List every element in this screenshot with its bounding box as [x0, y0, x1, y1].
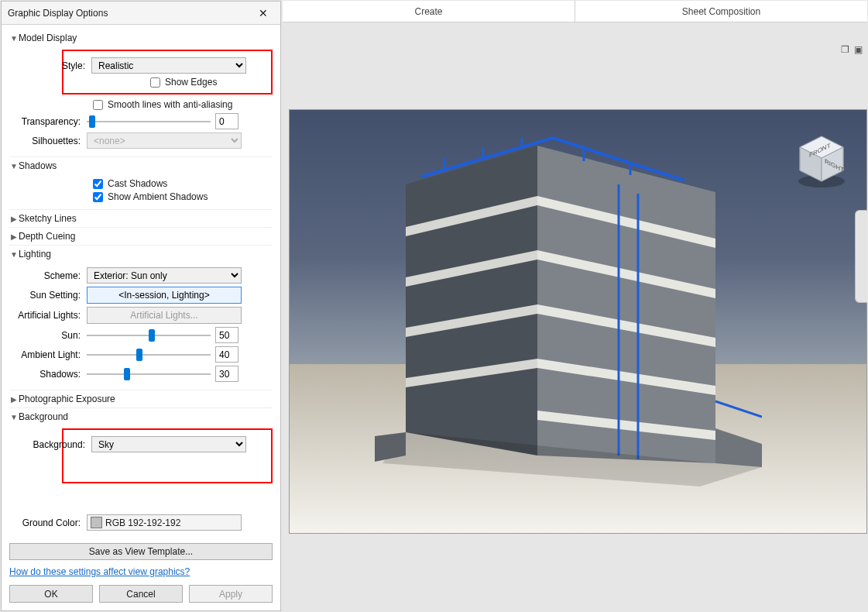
ribbon-tabs: Create Sheet Composition: [283, 1, 867, 22]
building-model: [375, 122, 762, 487]
graphic-display-options-dialog: Graphic Display Options ✕ ▼ Model Displa…: [1, 1, 281, 611]
cascade-icon[interactable]: ▣: [854, 44, 863, 55]
section-header-photo-exposure[interactable]: ▶ Photographic Exposure: [9, 390, 273, 407]
ambient-light-slider[interactable]: [87, 349, 211, 361]
transparency-slider[interactable]: [87, 115, 211, 128]
ambient-shadows-checkbox[interactable]: [93, 192, 103, 202]
cancel-button[interactable]: Cancel: [99, 585, 183, 603]
help-link[interactable]: How do these settings affect view graphi…: [9, 566, 190, 577]
dialog-title: Graphic Display Options: [8, 8, 252, 19]
show-edges-label: Show Edges: [165, 77, 217, 88]
chevron-right-icon: ▶: [9, 215, 19, 223]
tab-sheet-composition[interactable]: Sheet Composition: [575, 1, 867, 22]
background-label: Background:: [14, 439, 91, 450]
silhouettes-label: Silhouettes:: [9, 136, 87, 146]
scheme-label: Scheme:: [9, 270, 87, 281]
highlight-background-box: Background: Sky: [62, 428, 273, 483]
ambient-shadows-label: Show Ambient Shadows: [108, 191, 208, 202]
section-header-lighting[interactable]: ▼ Lighting: [9, 245, 273, 263]
section-body-lighting: Scheme: Exterior: Sun only Sun Setting: …: [9, 263, 273, 390]
section-title-shadows: Shadows: [19, 160, 57, 171]
svg-marker-0: [406, 146, 537, 456]
smooth-lines-label: Smooth lines with anti-aliasing: [108, 99, 232, 110]
window-controls: ❐ ▣: [841, 44, 863, 55]
ambient-light-value[interactable]: [215, 346, 238, 363]
highlight-style-box: Style: Realistic Show Edges: [62, 50, 273, 95]
section-header-sketchy-lines[interactable]: ▶ Sketchy Lines: [9, 209, 273, 227]
dialog-titlebar: Graphic Display Options ✕: [2, 2, 280, 25]
sun-setting-label: Sun Setting:: [9, 290, 87, 301]
ground-color-label: Ground Color:: [9, 517, 87, 528]
transparency-value[interactable]: [215, 113, 238, 129]
ground-color-value: RGB 192-192-192: [105, 517, 180, 528]
shadows-intensity-value[interactable]: [215, 366, 238, 382]
dialog-footer: OK Cancel Apply: [2, 577, 280, 610]
sun-setting-button[interactable]: <In-session, Lighting>: [87, 287, 242, 304]
transparency-label: Transparency:: [9, 116, 87, 127]
section-title-lighting: Lighting: [19, 249, 51, 260]
ambient-light-label: Ambient Light:: [9, 349, 87, 360]
apply-button: Apply: [189, 585, 273, 603]
side-toolbar[interactable]: [855, 210, 867, 303]
ground-color-swatch-button[interactable]: RGB 192-192-192: [87, 514, 242, 531]
sun-slider[interactable]: [87, 329, 211, 342]
section-header-background[interactable]: ▼ Background: [9, 407, 273, 425]
section-title-sketchy-lines: Sketchy Lines: [19, 213, 77, 224]
chevron-down-icon: ▼: [9, 34, 19, 43]
shadows-intensity-slider[interactable]: [87, 368, 211, 380]
cast-shadows-checkbox[interactable]: [93, 179, 103, 189]
style-select[interactable]: Realistic: [91, 57, 246, 74]
section-header-shadows[interactable]: ▼ Shadows: [9, 156, 273, 174]
chevron-right-icon: ▶: [9, 232, 19, 241]
sun-value[interactable]: [215, 327, 238, 343]
section-body-shadows: Cast Shadows Show Ambient Shadows: [9, 174, 273, 209]
dialog-body: ▼ Model Display Style: Realistic Show Ed…: [2, 25, 280, 577]
show-edges-checkbox[interactable]: [150, 77, 160, 88]
smooth-lines-checkbox[interactable]: [93, 100, 103, 110]
section-body-background: Background: Sky Ground Color: RGB 192-19…: [9, 425, 273, 538]
section-body-model-display: Style: Realistic Show Edges Smooth lines…: [9, 46, 273, 156]
shadows-intensity-label: Shadows:: [9, 369, 87, 380]
section-title-depth-cueing: Depth Cueing: [19, 231, 75, 242]
section-header-depth-cueing[interactable]: ▶ Depth Cueing: [9, 227, 273, 245]
main-content: Create Sheet Composition ❐ ▣: [283, 1, 867, 611]
chevron-down-icon: ▼: [9, 413, 19, 421]
close-button[interactable]: ✕: [252, 5, 274, 22]
viewcube[interactable]: FRONT RIGHT: [792, 132, 851, 191]
background-select[interactable]: Sky: [91, 436, 246, 452]
save-as-view-template-button[interactable]: Save as View Template...: [9, 543, 273, 560]
tab-create[interactable]: Create: [283, 1, 575, 22]
cast-shadows-label: Cast Shadows: [108, 178, 167, 189]
svg-marker-18: [715, 428, 762, 467]
section-title-background: Background: [19, 411, 68, 422]
section-title-photo-exposure: Photographic Exposure: [19, 394, 115, 404]
section-header-model-display[interactable]: ▼ Model Display: [9, 29, 273, 46]
chevron-down-icon: ▼: [9, 250, 19, 259]
3d-viewport[interactable]: FRONT RIGHT: [289, 109, 867, 534]
section-title-model-display: Model Display: [19, 33, 77, 43]
ground-color-swatch-icon: [91, 517, 102, 528]
restore-icon[interactable]: ❐: [841, 44, 849, 55]
artificial-lights-label: Artificial Lights:: [9, 310, 87, 321]
style-label: Style:: [14, 60, 91, 71]
chevron-down-icon: ▼: [9, 162, 19, 170]
artificial-lights-button: Artificial Lights...: [87, 307, 242, 324]
ok-button[interactable]: OK: [9, 585, 93, 603]
chevron-right-icon: ▶: [9, 395, 19, 404]
sun-label: Sun:: [9, 330, 87, 341]
silhouettes-select: <none>: [87, 132, 242, 149]
scheme-select[interactable]: Exterior: Sun only: [87, 267, 242, 284]
